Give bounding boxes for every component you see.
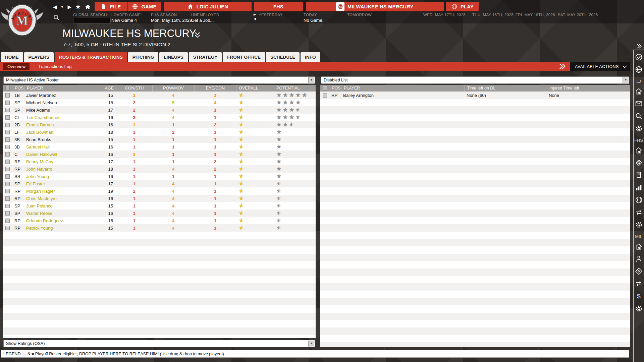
roster-row[interactable]: LFJack Bowman18121★★★★ — [3, 128, 316, 136]
bar-chart-icon[interactable] — [635, 183, 643, 192]
row-checkbox[interactable] — [5, 93, 10, 98]
player-name[interactable]: Javier Martínez — [24, 93, 105, 98]
menu-button-play[interactable]: PLAY — [446, 2, 479, 11]
show-ratings-select[interactable]: Show Ratings (OSA) — [3, 340, 315, 347]
transactions-icon[interactable] — [635, 208, 643, 217]
row-checkbox[interactable] — [5, 130, 10, 134]
home-icon[interactable] — [635, 146, 643, 155]
select-all-checkbox[interactable] — [323, 86, 327, 90]
column-header-age[interactable]: AGE — [105, 85, 116, 92]
row-checkbox[interactable] — [5, 160, 10, 164]
menu-button-file[interactable]: FILE — [95, 2, 127, 11]
home-icon[interactable] — [635, 242, 643, 251]
player-name[interactable]: Juan Polanco — [24, 203, 105, 208]
play-back-icon[interactable]: ◀ — [254, 17, 256, 20]
row-checkbox[interactable] — [5, 204, 10, 208]
player-name[interactable]: Daniel Hallowell — [24, 152, 105, 157]
player-name[interactable]: John Navarro — [24, 167, 105, 172]
gear-icon[interactable] — [635, 124, 643, 133]
row-checkbox[interactable] — [5, 219, 10, 223]
column-header-pos[interactable]: POS — [329, 85, 341, 92]
column-header-player[interactable]: PLAYER — [341, 85, 465, 92]
column-header-eye-con[interactable]: EYE/CON — [194, 85, 236, 92]
menu-button-loic-julien[interactable]: LOIC JULIEN — [164, 2, 252, 11]
column-header-overall[interactable]: OVERALL — [236, 85, 274, 92]
disabled-list-select[interactable]: Disabled List — [321, 76, 629, 84]
available-actions-menu[interactable]: AVAILABLE ACTIONS — [570, 62, 630, 71]
play-forward-icon[interactable]: ▶ — [254, 13, 256, 16]
row-checkbox[interactable] — [323, 93, 327, 98]
roster-row[interactable]: SPWalter Reese16141★★★★ — [3, 209, 316, 217]
back-icon[interactable]: ◀ — [53, 4, 57, 10]
player-name[interactable]: Bailey Arrington — [341, 93, 465, 98]
row-checkbox[interactable] — [5, 174, 10, 179]
row-checkbox[interactable] — [5, 137, 10, 142]
baseball-icon[interactable] — [635, 196, 643, 204]
row-checkbox[interactable] — [5, 115, 10, 120]
check-circle-icon[interactable] — [635, 53, 643, 61]
roster-row[interactable]: RPPatrick Young15141★★★★ — [3, 224, 316, 232]
roster-row[interactable]: RPChris MacIntyre16141★★★★ — [3, 195, 316, 202]
global-search-input[interactable] — [73, 18, 111, 23]
player-name[interactable]: Walter Reese — [24, 211, 105, 216]
player-name[interactable]: Mike Adams — [24, 108, 105, 113]
menu-button-fhs[interactable]: FHS — [254, 2, 303, 11]
roster-row[interactable]: CDaniel Hallowell16311★★★★ — [3, 150, 316, 158]
sidebar-collapse-icon[interactable] — [637, 44, 642, 49]
row-checkbox[interactable] — [5, 182, 10, 186]
player-name[interactable]: John Young — [24, 174, 105, 179]
favorite-star-icon[interactable]: ★ — [75, 3, 81, 11]
tab-front-office[interactable]: FRONT OFFICE — [223, 52, 265, 62]
roster-row[interactable]: 3BSamuel Hall16111★★★★ — [3, 143, 316, 150]
subtab-transactions-log[interactable]: Transactions Log — [38, 64, 71, 69]
tab-players[interactable]: PLAYERS — [24, 52, 54, 62]
roster-row[interactable]: SPEd Foster17141★★★★ — [3, 180, 316, 187]
player-name[interactable]: Chris MacIntyre — [24, 196, 105, 201]
row-checkbox[interactable] — [5, 108, 10, 112]
menu-button-game[interactable]: GAME — [127, 2, 161, 11]
row-checkbox[interactable] — [5, 123, 10, 127]
player-name[interactable]: Tim Chamberlain — [24, 115, 105, 120]
column-header-time-left-on-dl[interactable]: Time left on DL — [465, 85, 547, 92]
roster-row[interactable]: SPMike Adams17241★★★★★★★★★★ — [3, 106, 316, 114]
column-header-player[interactable]: PLAYER — [24, 85, 105, 92]
row-checkbox[interactable] — [5, 196, 10, 201]
roster-row[interactable]: RFBenny McCoy17112★★★★ — [3, 158, 316, 165]
roster-row[interactable]: 3BBrian Brooks15111★★★★ — [3, 136, 316, 143]
team-switch-chevron-icon[interactable] — [195, 32, 200, 38]
subtab-overview[interactable]: Overview — [3, 63, 30, 70]
roster-view-select[interactable]: Milwaukee HS Active Roster — [3, 76, 315, 84]
roster-row[interactable]: SSJohn Young16111★★★★ — [3, 173, 316, 180]
player-name[interactable]: Morgan Hagler — [24, 189, 105, 194]
player-name[interactable]: Ernest Barnes — [24, 122, 105, 127]
row-checkbox[interactable] — [5, 152, 10, 157]
roster-row[interactable]: RPMorgan Hagler19241★★★★ — [3, 187, 316, 195]
gear-icon[interactable] — [635, 221, 643, 229]
player-name[interactable]: Brian Brooks — [24, 137, 105, 142]
player-name[interactable]: Michael Nielsen — [24, 100, 105, 105]
forward-icon[interactable]: ▶ — [67, 4, 71, 10]
tab-info[interactable]: INFO — [301, 52, 320, 62]
roster-row[interactable]: 1BJavier Martínez15343★★★★★★★★★★★★ — [3, 92, 316, 99]
row-checkbox[interactable] — [5, 101, 10, 105]
row-checkbox[interactable] — [5, 145, 10, 149]
tab-schedule[interactable]: SCHEDULE — [266, 52, 300, 62]
roster-row[interactable]: RPJohn Navarro18142★★★★ — [3, 165, 316, 173]
player-name[interactable]: Patrick Young — [24, 226, 105, 231]
tab-home[interactable]: HOME — [1, 52, 23, 62]
gear-icon[interactable] — [635, 304, 643, 313]
row-checkbox[interactable] — [5, 167, 10, 171]
menu-button-milwaukee-hs-mercury[interactable]: MILWAUKEE HS MERCURY — [306, 2, 444, 11]
player-name[interactable]: Samuel Hall — [24, 144, 105, 149]
column-header-pos[interactable]: POS — [12, 85, 24, 92]
tab-strategy[interactable]: STRATEGY — [189, 52, 222, 62]
receipt-icon[interactable] — [635, 171, 643, 179]
player-icon[interactable] — [635, 255, 643, 263]
select-all-checkbox[interactable] — [5, 86, 10, 90]
search-icon[interactable] — [635, 112, 643, 120]
roster-row[interactable]: RPOrlando Rodríguez16141★★★★ — [3, 217, 316, 224]
disabled-list-row[interactable]: RPBailey ArringtonNone (60)None — [320, 92, 630, 99]
tab-lineups[interactable]: LINEUPS — [159, 52, 188, 62]
player-name[interactable]: Benny McCoy — [24, 159, 105, 164]
tab-rosters-transactions[interactable]: ROSTERS & TRANSACTIONS — [55, 52, 127, 62]
